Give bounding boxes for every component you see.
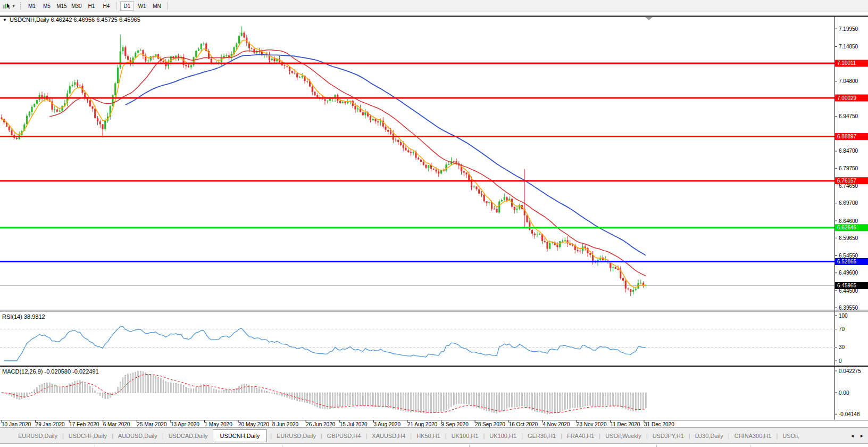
chevron-down-icon[interactable]: ▼ — [12, 4, 15, 8]
rsi-label: RSI(14) 38.9812 — [2, 313, 45, 320]
price-tick-label: 7.04800 — [839, 78, 858, 84]
chart-window: 7.199507.148507.048006.947506.847006.797… — [0, 12, 868, 427]
timeframe-button-w1[interactable]: W1 — [135, 1, 149, 11]
price-tag: 6.45965 — [837, 283, 857, 288]
tab-scroll-buttons: ◄ ► — [846, 428, 868, 443]
tab-eurusd-daily[interactable]: EURUSD,Daily — [273, 431, 319, 441]
date-label: 21 Aug 2020 — [407, 421, 438, 427]
date-label: 17 Feb 2020 — [69, 421, 99, 427]
metatrader-window: { "colors": { "up": "#2EB82E", "down": "… — [0, 0, 868, 447]
tab-separator: | — [727, 433, 731, 439]
tab-separator: | — [319, 433, 324, 439]
chart-canvas[interactable]: 7.199507.148507.048006.947506.847006.797… — [0, 12, 868, 427]
date-label: 28 Sep 2020 — [475, 421, 505, 427]
date-label: 8 Jun 2020 — [272, 421, 299, 427]
date-label: 6 Mar 2020 — [103, 421, 130, 427]
date-label: 29 Jan 2020 — [36, 421, 65, 427]
timeframe-button-h1[interactable]: H1 — [85, 1, 98, 11]
tab-uk100-h1[interactable]: UK100,H1 — [448, 431, 482, 441]
collapse-triangle-icon[interactable]: ▼ — [3, 18, 7, 22]
price-tick-label: 6.59650 — [839, 235, 858, 241]
rsi-axis-label: 100 — [839, 313, 848, 319]
tab-scroll-right-icon[interactable]: ► — [859, 433, 864, 438]
tab-eurusd-daily[interactable]: EURUSD,Daily — [15, 431, 61, 441]
tab-usoil-[interactable]: USOil, — [779, 431, 803, 441]
tab-audusd-daily[interactable]: AUDUSD,Daily — [115, 431, 161, 441]
tab-separator: | — [597, 433, 602, 439]
timeframe-toolbar: ▼ M1M5M15M30H1H4D1W1MN — [0, 0, 868, 12]
rsi-axis-label: 0 — [839, 358, 842, 364]
toolbar-grip[interactable] — [20, 2, 21, 10]
date-label: 3 Aug 2020 — [373, 421, 400, 427]
toolbar-separator — [116, 2, 117, 10]
timeframe-button-d1[interactable]: D1 — [120, 1, 134, 11]
tab-separator: | — [269, 433, 273, 439]
timeframe-button-h4[interactable]: H4 — [99, 1, 113, 11]
chart-title: ▼ USDCNH,Daily 6.46242 6.46956 6.45725 6… — [3, 16, 140, 23]
tab-separator: | — [645, 433, 649, 439]
tab-separator: | — [408, 433, 413, 439]
price-tick-label: 7.19950 — [839, 26, 858, 32]
tab-usdcad-daily[interactable]: USDCAD,Daily — [165, 431, 211, 441]
horizontal-lines-layer[interactable] — [0, 63, 835, 262]
tab-uk100-h1[interactable]: UK100,H1 — [486, 431, 520, 441]
price-tick-label: 6.39550 — [839, 305, 858, 311]
moving-averages-layer — [2, 40, 646, 287]
date-label: 13 Apr 2020 — [171, 421, 199, 427]
tab-separator: | — [110, 433, 115, 439]
tab-ger30-h1[interactable]: GER30,H1 — [524, 431, 559, 441]
price-tag: 6.62646 — [837, 225, 857, 230]
cursor-tool-glyph — [3, 2, 10, 10]
tab-separator: | — [520, 433, 524, 439]
date-label: 26 Jun 2020 — [306, 421, 335, 427]
macd-axis-label: 0.042275 — [839, 368, 861, 374]
tab-usdjpy-h1[interactable]: USDJPY,H1 — [649, 431, 687, 441]
statusbar-separator — [469, 444, 470, 447]
price-tick-label: 6.69700 — [839, 200, 858, 206]
window-divider-icon[interactable] — [645, 17, 653, 20]
tab-gbpusd-h4[interactable]: GBPUSD,H4 — [324, 431, 364, 441]
price-tick-label: 6.54550 — [839, 253, 858, 259]
cursor-tool-icon[interactable] — [2, 2, 11, 10]
tab-separator: | — [364, 433, 369, 439]
panel-borders — [0, 16, 868, 420]
tab-separator: | — [444, 433, 448, 439]
timeframe-button-mn[interactable]: MN — [150, 1, 164, 11]
rsi-axis-label: 30 — [839, 344, 845, 350]
macd-axis-label: 0.00 — [839, 390, 849, 396]
panel-resize-divider[interactable] — [0, 310, 868, 367]
price-tag: 7.10011 — [837, 60, 856, 66]
date-label: 23 Nov 2020 — [577, 421, 607, 427]
price-tick-label: 6.84700 — [839, 148, 858, 154]
tab-separator: | — [687, 433, 692, 439]
date-label: 9 Sep 2020 — [441, 421, 469, 427]
tab-separator: | — [774, 433, 779, 439]
tab-xauusd-h4[interactable]: XAUUSD,H4 — [369, 431, 408, 441]
statusbar-separator — [656, 444, 657, 447]
timeframe-button-m1[interactable]: M1 — [25, 1, 39, 11]
tab-fra40-h1[interactable]: FRA40,H1 — [564, 431, 597, 441]
date-axis: 10 Jan 202029 Jan 202017 Feb 20206 Mar 2… — [2, 420, 674, 427]
toolbar-separator — [167, 2, 168, 10]
price-tag: 6.76157 — [837, 178, 857, 184]
tab-scroll-left-icon[interactable]: ◄ — [850, 433, 855, 438]
tab-usoil-weekly[interactable]: USOil,Weekly — [602, 431, 645, 441]
tab-china300-h1[interactable]: CHINA300,H1 — [731, 431, 775, 441]
price-tag: 6.88897 — [837, 134, 857, 139]
statusbar-separator — [282, 444, 282, 447]
timeframe-button-m30[interactable]: M30 — [70, 1, 84, 11]
macd-axis-label: -0.04148 — [839, 411, 860, 417]
tab-hk50-h1[interactable]: HK50,H1 — [413, 431, 444, 441]
rsi-axis: 10070300 — [835, 313, 848, 364]
timeframe-button-m15[interactable]: M15 — [55, 1, 69, 11]
tab-usdcnh-daily[interactable]: USDCNH,Daily — [213, 429, 268, 442]
rsi-axis-label: 70 — [839, 326, 845, 332]
macd-axis: 0.0422750.00-0.04148 — [835, 368, 861, 417]
chart-tabs: EURUSD,Daily|USDCHF,Daily|AUDUSD,Daily|U… — [15, 429, 803, 442]
tab-usdchf-daily[interactable]: USDCHF,Daily — [65, 431, 110, 441]
candles-layer — [1, 26, 646, 296]
statusbar-separator — [95, 444, 95, 447]
statusbar-separator — [750, 444, 750, 447]
tab-dj30-daily[interactable]: DJ30,Daily — [692, 431, 727, 441]
timeframe-button-m5[interactable]: M5 — [40, 1, 54, 11]
